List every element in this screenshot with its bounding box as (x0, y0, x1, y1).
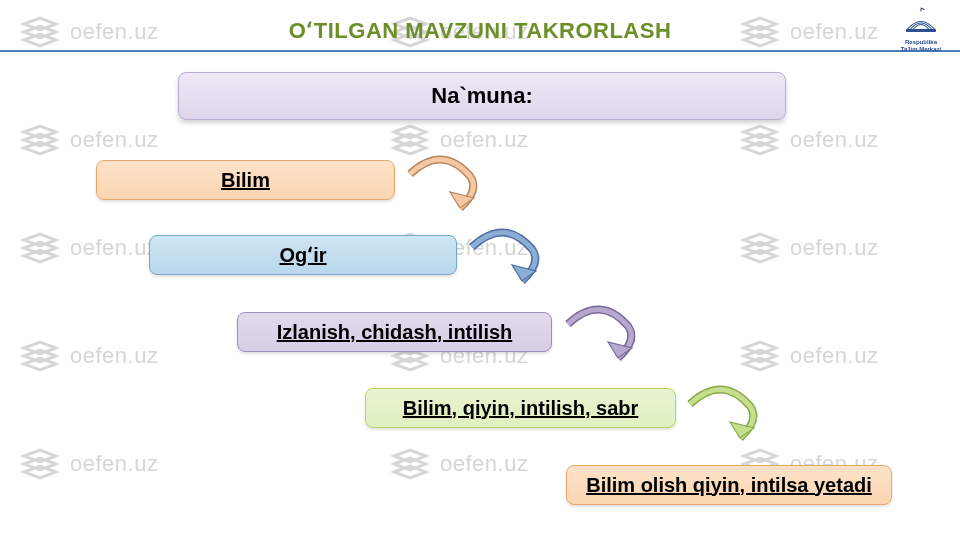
logo-text-line2: Ta'lim Markazi (896, 46, 946, 52)
page-title: OʻTILGAN MAVZUNI TAKRORLASH (0, 18, 960, 44)
step-box-3: Izlanish, chidash, intilish (237, 312, 552, 352)
step-box-1: Bilim (96, 160, 395, 200)
watermark-text: oefen.uz (790, 235, 878, 261)
education-logo-icon (903, 6, 939, 34)
watermark-text: oefen.uz (790, 343, 878, 369)
step-box-2: Ogʻir (149, 235, 457, 275)
watermark-text: oefen.uz (440, 451, 528, 477)
curved-arrow-icon (558, 302, 648, 382)
curved-arrow-icon (462, 225, 552, 305)
logo: Respublika Ta'lim Markazi (896, 6, 946, 52)
step-box-4: Bilim, qiyin, intilish, sabr (365, 388, 676, 428)
step-label-5: Bilim olish qiyin, intilsa yetadi (567, 474, 891, 497)
svg-rect-0 (906, 29, 936, 32)
watermark-text: oefen.uz (70, 451, 158, 477)
example-header-box: Na`muna: (178, 72, 786, 120)
curved-arrow-icon (680, 382, 770, 462)
step-label-4: Bilim, qiyin, intilish, sabr (366, 397, 675, 420)
step-label-2: Ogʻir (150, 243, 456, 267)
horizontal-rule (0, 50, 960, 52)
step-label-1: Bilim (97, 169, 394, 192)
step-label-3: Izlanish, chidash, intilish (238, 321, 551, 344)
watermark-text: oefen.uz (70, 127, 158, 153)
watermark-text: oefen.uz (440, 127, 528, 153)
curved-arrow-icon (400, 152, 490, 232)
watermark-text: oefen.uz (790, 127, 878, 153)
logo-text-line1: Respublika (896, 39, 946, 45)
watermark-text: oefen.uz (70, 343, 158, 369)
example-header-label: Na`muna: (179, 83, 785, 109)
step-box-5: Bilim olish qiyin, intilsa yetadi (566, 465, 892, 505)
watermark-text: oefen.uz (70, 235, 158, 261)
